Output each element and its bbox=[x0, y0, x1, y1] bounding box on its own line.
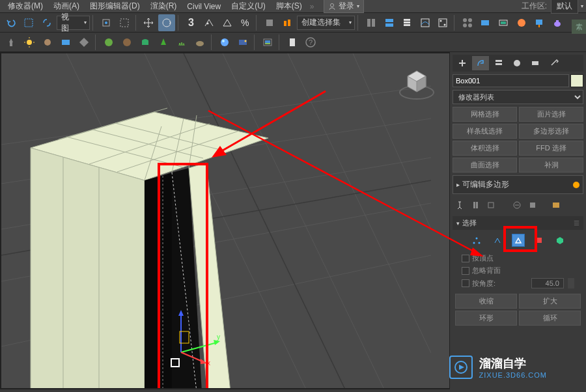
link-button[interactable] bbox=[38, 14, 55, 31]
login-button[interactable]: 登录 ▾ bbox=[324, 0, 364, 13]
geo-sphere-button[interactable] bbox=[100, 34, 117, 51]
edge-level-button[interactable] bbox=[491, 234, 504, 247]
redo-button[interactable] bbox=[21, 14, 38, 31]
mirror-button[interactable] bbox=[261, 14, 278, 31]
viewport[interactable]: y x bbox=[0, 52, 449, 389]
subdivide-button[interactable]: 补洞 bbox=[519, 158, 583, 173]
by-vertex-checkbox[interactable] bbox=[462, 255, 469, 262]
layer-button[interactable] bbox=[398, 14, 415, 31]
svg-point-38 bbox=[123, 38, 131, 46]
tab-utilities[interactable] bbox=[545, 56, 562, 70]
angle-snap-button[interactable] bbox=[219, 14, 236, 31]
vol-select-button[interactable]: 体积选择 bbox=[453, 141, 517, 156]
remove-button[interactable] bbox=[511, 199, 523, 211]
border-level-button[interactable] bbox=[512, 234, 525, 247]
svg-point-41 bbox=[222, 40, 225, 42]
geo-rock-button[interactable] bbox=[191, 34, 208, 51]
config-button[interactable] bbox=[527, 199, 538, 211]
menu-modifier[interactable]: 修改器(M) bbox=[3, 0, 48, 13]
by-angle-label: 按角度: bbox=[472, 279, 495, 288]
geo-box-button[interactable] bbox=[119, 34, 135, 51]
selection-rollout-header[interactable]: ▾ 选择 ☰ bbox=[453, 216, 583, 230]
box-object[interactable] bbox=[1, 53, 275, 389]
side-tab[interactable]: 素 bbox=[572, 20, 586, 34]
material-button[interactable] bbox=[459, 14, 476, 31]
tab-hierarchy[interactable] bbox=[490, 56, 507, 70]
tab-create[interactable] bbox=[454, 56, 471, 70]
loop-button[interactable]: 循环 bbox=[519, 311, 581, 326]
tab-motion[interactable] bbox=[509, 56, 525, 70]
percent-snap-button[interactable]: % bbox=[236, 14, 253, 31]
menu-graph[interactable]: 图形编辑器(D) bbox=[85, 0, 145, 13]
curve-editor-button[interactable] bbox=[417, 14, 434, 31]
viewcube[interactable] bbox=[397, 63, 436, 102]
by-angle-checkbox[interactable] bbox=[462, 279, 469, 287]
angle-spinner[interactable] bbox=[568, 278, 574, 288]
tab-display[interactable] bbox=[527, 56, 544, 70]
ffd-select-button[interactable]: FFD 选择 bbox=[519, 141, 583, 156]
grow-button[interactable]: 扩大 bbox=[519, 294, 581, 309]
light-area-button[interactable] bbox=[57, 34, 74, 51]
preset-button[interactable] bbox=[550, 199, 562, 211]
show-result-button[interactable] bbox=[469, 199, 481, 211]
render-preview-button[interactable] bbox=[259, 34, 276, 51]
view-dropdown[interactable]: 视图 bbox=[57, 16, 91, 30]
menu-customize[interactable]: 自定义(U) bbox=[226, 0, 271, 13]
vertex-level-button[interactable] bbox=[470, 234, 483, 247]
polygon-level-button[interactable] bbox=[533, 234, 546, 247]
sphere-preview-button[interactable] bbox=[216, 34, 233, 51]
workspace-dropdown[interactable]: 默认 bbox=[551, 0, 578, 14]
surf-select-button[interactable]: 曲面选择 bbox=[453, 158, 517, 173]
rotate-button[interactable] bbox=[158, 14, 175, 31]
ring-button[interactable]: 环形 bbox=[455, 311, 517, 326]
render-out-button[interactable] bbox=[531, 14, 548, 31]
patch-select-button[interactable]: 面片选择 bbox=[519, 107, 583, 122]
move-gizmo[interactable]: y x bbox=[168, 307, 227, 365]
env-button[interactable] bbox=[234, 34, 251, 51]
object-color-swatch[interactable] bbox=[570, 74, 583, 87]
tab-modify[interactable] bbox=[472, 56, 489, 70]
modifier-list-dropdown[interactable]: 修改器列表 bbox=[453, 90, 583, 104]
stack-item-editable-poly[interactable]: ▸ 可编辑多边形 bbox=[455, 178, 581, 191]
light-omni-button[interactable] bbox=[3, 34, 20, 51]
help-button[interactable]: ? bbox=[302, 34, 319, 51]
teapot-button[interactable] bbox=[549, 14, 566, 31]
render-frame-button[interactable] bbox=[495, 14, 512, 31]
angle-value-input[interactable]: 45.0 bbox=[531, 278, 564, 288]
toggle1-button[interactable] bbox=[363, 14, 380, 31]
selection-set-dropdown[interactable]: 创建选择集 bbox=[297, 16, 355, 30]
unique-button[interactable] bbox=[485, 199, 497, 211]
light-spot-button[interactable] bbox=[39, 34, 56, 51]
select-button[interactable] bbox=[98, 14, 115, 31]
light-sun-button[interactable] bbox=[21, 34, 38, 51]
doc-button[interactable] bbox=[284, 34, 301, 51]
toggle2-button[interactable] bbox=[381, 14, 398, 31]
render-button[interactable] bbox=[513, 14, 530, 31]
spline-select-button[interactable]: 样条线选择 bbox=[453, 124, 517, 139]
light-sky-button[interactable] bbox=[76, 34, 92, 51]
undo-button[interactable] bbox=[3, 14, 20, 31]
geo-plane-button[interactable] bbox=[137, 34, 154, 51]
schematic-button[interactable] bbox=[435, 14, 452, 31]
shrink-button[interactable]: 收缩 bbox=[455, 294, 517, 309]
menu-maxscript[interactable]: 脚本(S) bbox=[271, 0, 307, 13]
poly-select-button[interactable]: 多边形选择 bbox=[519, 124, 583, 139]
command-panel-tabs bbox=[453, 55, 583, 72]
menu-render[interactable]: 渲染(R) bbox=[145, 0, 182, 13]
scale-button[interactable]: 3 bbox=[183, 14, 200, 31]
pin-button[interactable] bbox=[454, 199, 466, 211]
element-level-button[interactable] bbox=[553, 234, 566, 247]
mesh-select-button[interactable]: 网格选择 bbox=[453, 107, 517, 122]
ignore-back-checkbox[interactable] bbox=[462, 267, 469, 275]
render-setup-button[interactable] bbox=[477, 14, 494, 31]
svg-point-30 bbox=[554, 21, 561, 27]
select-tool[interactable] bbox=[116, 14, 133, 31]
object-name-input[interactable] bbox=[453, 74, 569, 87]
geo-grass-button[interactable] bbox=[173, 34, 190, 51]
modifier-stack[interactable]: ▸ 可编辑多边形 bbox=[453, 175, 583, 194]
snap-button[interactable] bbox=[201, 14, 217, 31]
geo-tree-button[interactable] bbox=[155, 34, 172, 51]
align-button[interactable] bbox=[279, 14, 296, 31]
menu-civil[interactable]: Civil View bbox=[182, 1, 226, 12]
move-button[interactable] bbox=[141, 14, 158, 31]
